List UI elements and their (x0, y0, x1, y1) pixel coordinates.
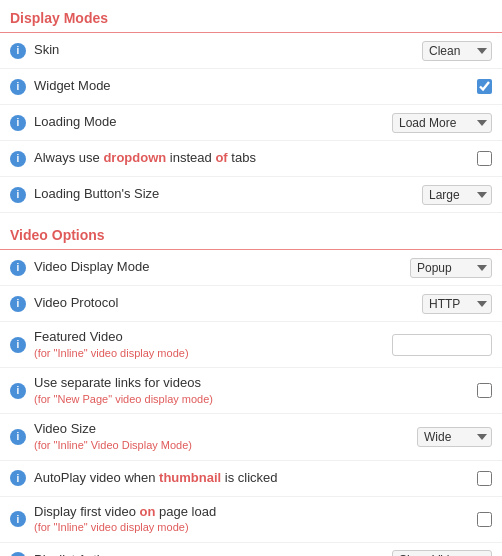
control-area-skin: CleanClassicModern (422, 41, 492, 61)
info-icon-widget-mode[interactable]: i (10, 79, 26, 95)
label-main-video-display-mode: Video Display Mode (34, 259, 402, 276)
control-area-video-protocol: HTTPHTTPS (422, 294, 492, 314)
info-icon-video-protocol[interactable]: i (10, 296, 26, 312)
settings-row-display-first-video: iDisplay first video on page load(for "I… (0, 497, 502, 543)
control-area-playlist-action: Show VideosHide VideosToggle (392, 550, 492, 556)
info-icon-autoplay-thumbnail[interactable]: i (10, 470, 26, 486)
label-area-featured-video: Featured Video(for "Inline" video displa… (34, 329, 384, 360)
select-loading-mode[interactable]: Load MorePaginationInfinite Scroll (392, 113, 492, 133)
select-loading-button-size[interactable]: LargeMediumSmall (422, 185, 492, 205)
label-sub-featured-video: (for "Inline" video display mode) (34, 346, 384, 360)
select-video-protocol[interactable]: HTTPHTTPS (422, 294, 492, 314)
label-area-autoplay-thumbnail: AutoPlay video when thumbnail is clicked (34, 470, 469, 487)
settings-row-video-display-mode: iVideo Display ModePopupInlineNew Page (0, 250, 502, 286)
settings-row-featured-video: iFeatured Video(for "Inline" video displ… (0, 322, 502, 368)
control-area-loading-mode: Load MorePaginationInfinite Scroll (392, 113, 492, 133)
settings-row-skin: iSkinCleanClassicModern (0, 33, 502, 69)
info-icon-playlist-action[interactable]: i (10, 552, 26, 556)
info-icon-loading-button-size[interactable]: i (10, 187, 26, 203)
label-area-always-dropdown: Always use dropdown instead of tabs (34, 150, 469, 167)
label-sub-display-first-video: (for "Inline" video display mode) (34, 520, 469, 534)
info-icon-skin[interactable]: i (10, 43, 26, 59)
label-sub-video-size: (for "Inline" Video Display Mode) (34, 438, 409, 452)
label-main-autoplay-thumbnail: AutoPlay video when thumbnail is clicked (34, 470, 469, 487)
label-area-video-size: Video Size(for "Inline" Video Display Mo… (34, 421, 409, 452)
control-area-video-size: WideStandardCustom (417, 427, 492, 447)
checkbox-always-dropdown[interactable] (477, 151, 492, 166)
label-main-featured-video: Featured Video (34, 329, 384, 346)
label-area-video-display-mode: Video Display Mode (34, 259, 402, 276)
info-icon-separate-links[interactable]: i (10, 383, 26, 399)
label-main-separate-links: Use separate links for videos (34, 375, 469, 392)
label-main-video-size: Video Size (34, 421, 409, 438)
info-icon-video-size[interactable]: i (10, 429, 26, 445)
info-icon-loading-mode[interactable]: i (10, 115, 26, 131)
label-area-loading-button-size: Loading Button's Size (34, 186, 414, 203)
section-title-display-modes: Display Modes (0, 0, 502, 33)
label-area-playlist-action: Playlist Action (34, 552, 384, 556)
select-video-display-mode[interactable]: PopupInlineNew Page (410, 258, 492, 278)
label-area-widget-mode: Widget Mode (34, 78, 469, 95)
label-main-always-dropdown: Always use dropdown instead of tabs (34, 150, 469, 167)
settings-row-video-protocol: iVideo ProtocolHTTPHTTPS (0, 286, 502, 322)
label-area-video-protocol: Video Protocol (34, 295, 414, 312)
info-icon-video-display-mode[interactable]: i (10, 260, 26, 276)
control-area-loading-button-size: LargeMediumSmall (422, 185, 492, 205)
checkbox-display-first-video[interactable] (477, 512, 492, 527)
control-area-display-first-video (477, 512, 492, 527)
settings-row-loading-mode: iLoading ModeLoad MorePaginationInfinite… (0, 105, 502, 141)
section-title-video-options: Video Options (0, 217, 502, 250)
settings-row-video-size: iVideo Size(for "Inline" Video Display M… (0, 414, 502, 460)
label-area-skin: Skin (34, 42, 414, 59)
control-area-always-dropdown (477, 151, 492, 166)
settings-row-loading-button-size: iLoading Button's SizeLargeMediumSmall (0, 177, 502, 213)
settings-row-autoplay-thumbnail: iAutoPlay video when thumbnail is clicke… (0, 461, 502, 497)
label-area-separate-links: Use separate links for videos(for "New P… (34, 375, 469, 406)
info-icon-display-first-video[interactable]: i (10, 511, 26, 527)
label-main-loading-button-size: Loading Button's Size (34, 186, 414, 203)
label-main-skin: Skin (34, 42, 414, 59)
label-sub-separate-links: (for "New Page" video display mode) (34, 392, 469, 406)
control-area-featured-video (392, 334, 492, 356)
control-area-separate-links (477, 383, 492, 398)
label-main-loading-mode: Loading Mode (34, 114, 384, 131)
label-main-widget-mode: Widget Mode (34, 78, 469, 95)
info-icon-featured-video[interactable]: i (10, 337, 26, 353)
label-main-playlist-action: Playlist Action (34, 552, 384, 556)
settings-row-separate-links: iUse separate links for videos(for "New … (0, 368, 502, 414)
settings-row-playlist-action: iPlaylist ActionShow VideosHide VideosTo… (0, 543, 502, 556)
select-video-size[interactable]: WideStandardCustom (417, 427, 492, 447)
label-main-video-protocol: Video Protocol (34, 295, 414, 312)
select-playlist-action[interactable]: Show VideosHide VideosToggle (392, 550, 492, 556)
label-area-display-first-video: Display first video on page load(for "In… (34, 504, 469, 535)
settings-panel: Display ModesiSkinCleanClassicModerniWid… (0, 0, 502, 556)
control-area-widget-mode (477, 79, 492, 94)
select-skin[interactable]: CleanClassicModern (422, 41, 492, 61)
info-icon-always-dropdown[interactable]: i (10, 151, 26, 167)
settings-row-widget-mode: iWidget Mode (0, 69, 502, 105)
checkbox-autoplay-thumbnail[interactable] (477, 471, 492, 486)
label-main-display-first-video: Display first video on page load (34, 504, 469, 521)
checkbox-widget-mode[interactable] (477, 79, 492, 94)
text-input-featured-video[interactable] (392, 334, 492, 356)
control-area-autoplay-thumbnail (477, 471, 492, 486)
settings-row-always-dropdown: iAlways use dropdown instead of tabs (0, 141, 502, 177)
checkbox-separate-links[interactable] (477, 383, 492, 398)
control-area-video-display-mode: PopupInlineNew Page (410, 258, 492, 278)
label-area-loading-mode: Loading Mode (34, 114, 384, 131)
